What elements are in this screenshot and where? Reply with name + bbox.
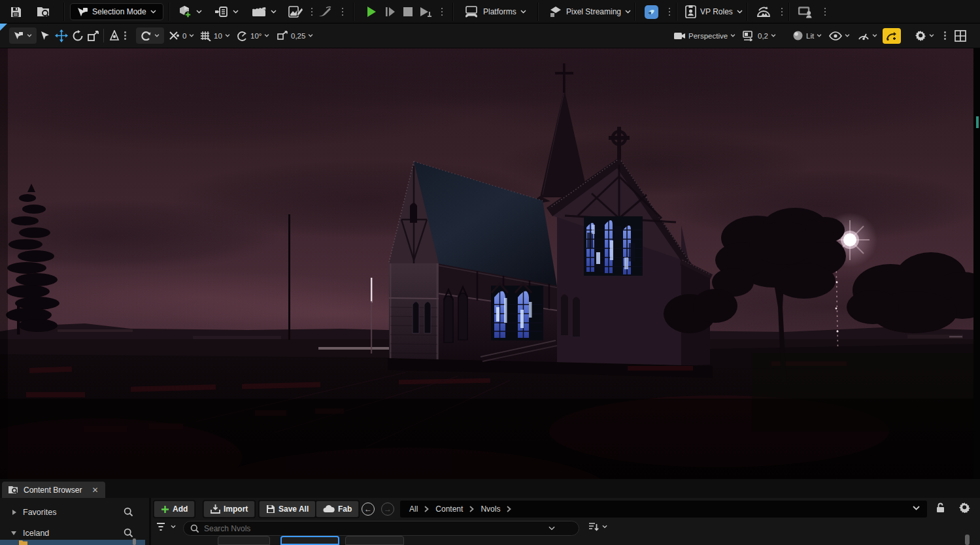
camera-speed-active-button[interactable] xyxy=(883,28,901,44)
sidebar-item-iceland[interactable]: Iceland xyxy=(0,524,149,542)
blueprint-icon xyxy=(214,5,229,18)
fab-button[interactable]: Fab xyxy=(316,501,359,518)
platforms-dropdown[interactable]: Platforms xyxy=(464,3,526,20)
scale-tool[interactable] xyxy=(88,27,99,44)
select-tool[interactable] xyxy=(41,27,49,44)
add-button[interactable]: Add xyxy=(154,501,195,518)
path-dropdown-icon[interactable] xyxy=(913,506,920,510)
stop-button[interactable] xyxy=(400,4,416,20)
switchboard-icon[interactable] xyxy=(643,4,659,20)
viewport-active-corner xyxy=(0,24,7,31)
viewport-kebab-icon[interactable] xyxy=(944,27,946,44)
folder-icon xyxy=(18,540,28,545)
content-browser-tab-icon xyxy=(8,485,19,495)
asset-tile[interactable] xyxy=(218,536,270,545)
play-options-kebab-icon[interactable] xyxy=(434,4,450,20)
landscape-mode-icon[interactable] xyxy=(288,4,303,20)
search-save-chevron-icon[interactable] xyxy=(549,526,555,531)
transform-kebab-icon[interactable] xyxy=(124,27,126,44)
sort-chevron-icon[interactable] xyxy=(602,525,607,529)
forward-button[interactable]: → xyxy=(381,503,394,516)
sidebar-item-selected[interactable] xyxy=(0,540,145,545)
rotation-snap-control[interactable]: 10° xyxy=(237,27,269,44)
chevron-down-icon xyxy=(308,34,313,37)
breadcrumb-chevron-icon xyxy=(469,506,474,512)
vp-roles-dropdown[interactable]: VP Roles xyxy=(685,3,743,20)
snap-rotation-dropdown[interactable] xyxy=(136,27,164,44)
gear-icon xyxy=(915,30,926,41)
content-browser-panel: Content Browser ✕ Favorites Iceland xyxy=(0,479,980,545)
foliage-kebab-icon[interactable] xyxy=(335,4,350,20)
sort-icon[interactable] xyxy=(588,521,600,533)
lit-sphere-icon xyxy=(792,30,803,41)
chevron-down-icon xyxy=(189,34,194,37)
content-scrollbar[interactable] xyxy=(965,535,970,545)
play-button[interactable] xyxy=(363,4,379,20)
selection-mode-icon xyxy=(77,7,88,17)
cinematics-dropdown[interactable] xyxy=(251,3,277,20)
stage-monitor-kebab-icon[interactable] xyxy=(817,4,833,20)
sidebar-item-favorites[interactable]: Favorites xyxy=(0,503,149,521)
breadcrumb-all[interactable]: All xyxy=(409,504,418,514)
eye-icon xyxy=(829,31,842,41)
screen-percentage-control[interactable]: 0,2 xyxy=(743,27,776,44)
save-icon[interactable] xyxy=(8,4,24,20)
view-mode-dropdown[interactable]: Lit xyxy=(792,27,822,44)
search-icon xyxy=(124,507,133,517)
actor-snap-control[interactable]: 0 xyxy=(169,27,194,44)
tab-close-icon[interactable]: ✕ xyxy=(92,486,98,495)
view-performance-dropdown[interactable] xyxy=(858,27,877,44)
content-browser-tab[interactable]: Content Browser ✕ xyxy=(2,482,105,498)
viewport-scene[interactable] xyxy=(0,48,980,479)
quad-view-icon[interactable] xyxy=(955,27,966,44)
foliage-mode-icon[interactable] xyxy=(317,4,333,20)
viewport-transform-dropdown[interactable] xyxy=(9,27,37,44)
breadcrumb-nvols[interactable]: Nvols xyxy=(481,504,500,514)
env-capture-kebab-icon[interactable] xyxy=(774,4,790,20)
content-browser-shortcut-icon[interactable] xyxy=(36,4,52,20)
breadcrumb[interactable]: All Content Nvols xyxy=(400,501,927,518)
breadcrumb-content[interactable]: Content xyxy=(435,504,463,514)
viewport-right-scrollbar[interactable] xyxy=(973,48,980,479)
lock-icon[interactable] xyxy=(935,502,946,516)
vp-roles-badge-icon xyxy=(685,5,696,18)
frame-skip-button[interactable] xyxy=(382,4,398,20)
filter-icon[interactable] xyxy=(156,522,167,532)
stage-monitor-icon[interactable] xyxy=(798,4,813,20)
move-tool[interactable] xyxy=(55,27,68,44)
sidebar-scrollbar[interactable] xyxy=(133,538,136,545)
asset-tile[interactable] xyxy=(345,536,404,545)
import-button[interactable]: Import xyxy=(203,501,255,518)
chevron-down-icon xyxy=(150,10,156,14)
search-icon xyxy=(124,528,133,538)
pixel-streaming-icon xyxy=(549,6,562,18)
viewport-settings-dropdown[interactable] xyxy=(915,27,934,44)
back-button[interactable]: ← xyxy=(362,503,375,516)
platforms-icon xyxy=(464,6,479,18)
chevron-down-icon xyxy=(817,34,822,37)
perspective-dropdown[interactable]: Perspective xyxy=(673,27,735,44)
launch-button[interactable] xyxy=(418,4,433,20)
chevron-down-icon xyxy=(520,10,526,14)
settings-gear-icon[interactable] xyxy=(959,502,970,516)
search-input[interactable] xyxy=(204,524,544,533)
chevron-down-icon xyxy=(737,10,743,14)
rotate-tool[interactable] xyxy=(72,27,84,44)
filter-chevron-icon[interactable] xyxy=(171,525,176,529)
search-box[interactable] xyxy=(183,521,579,536)
save-all-button[interactable]: Save All xyxy=(259,501,316,518)
asset-tile-selected[interactable] xyxy=(280,536,339,545)
switchboard-kebab-icon[interactable] xyxy=(662,4,677,20)
world-local-toggle[interactable] xyxy=(109,27,120,44)
viewport-toolbar: 0 10 10° 0,25 Perspective 0,2 xyxy=(0,24,980,48)
blueprints-dropdown[interactable] xyxy=(214,3,239,20)
selection-mode-dropdown[interactable]: Selection Mode xyxy=(70,3,163,20)
pixel-streaming-dropdown[interactable]: Pixel Streaming xyxy=(549,3,631,20)
grid-snap-control[interactable]: 10 xyxy=(200,27,230,44)
scale-snap-control[interactable]: 0,25 xyxy=(277,27,313,44)
env-capture-icon[interactable] xyxy=(756,4,771,20)
scale-snap-icon xyxy=(277,31,288,41)
chevron-down-icon xyxy=(771,34,776,37)
show-flags-dropdown[interactable] xyxy=(829,27,850,44)
add-actor-dropdown[interactable] xyxy=(178,3,202,20)
